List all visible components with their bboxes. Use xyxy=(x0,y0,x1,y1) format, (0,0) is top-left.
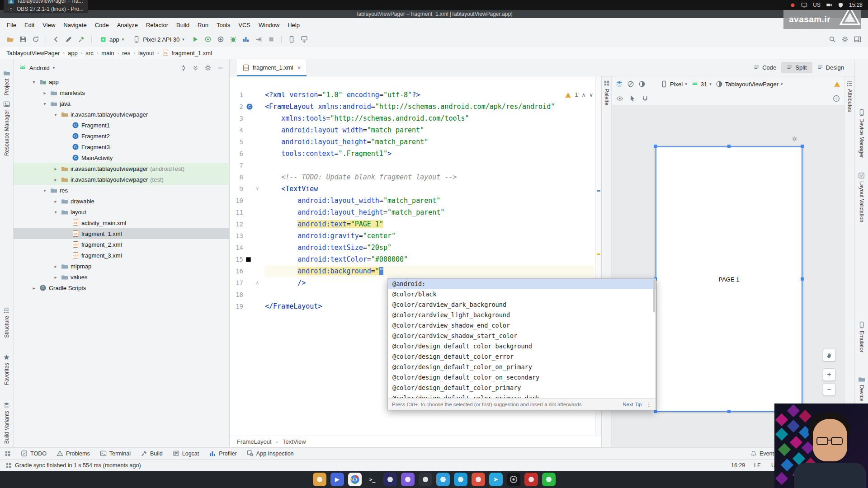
menu-analyze[interactable]: Analyze xyxy=(113,22,142,28)
tool-tab-problems[interactable]: Problems xyxy=(57,450,90,457)
chevron-right-icon[interactable]: ▸ xyxy=(52,275,59,280)
mode-code[interactable]: Code xyxy=(749,62,781,73)
popup-scrollbar[interactable] xyxy=(653,280,655,312)
bug-icon[interactable] xyxy=(227,34,239,45)
code-line-12[interactable]: android:text="PAGE 1" xyxy=(265,218,594,230)
editor-breadcrumb-framelayout[interactable]: FrameLayout xyxy=(237,438,272,445)
theme-icon[interactable] xyxy=(638,80,646,88)
magnet-icon[interactable] xyxy=(642,95,649,102)
menu-window[interactable]: Window xyxy=(255,22,283,28)
code-line-14[interactable]: android:textSize="20sp" xyxy=(265,242,594,253)
tree-item-drawable[interactable]: ▸drawable xyxy=(14,196,229,206)
taskbar-vscode-icon[interactable] xyxy=(436,473,450,486)
slash-icon[interactable] xyxy=(627,80,634,88)
stop-icon[interactable] xyxy=(265,34,277,45)
right-tab-layout-validation[interactable]: Layout Validation xyxy=(855,172,868,222)
window-layout-icon[interactable] xyxy=(852,34,863,45)
selection-handle[interactable] xyxy=(727,145,731,148)
chevron-up-icon[interactable]: ∧ xyxy=(581,92,585,98)
completion-item-android[interactable]: @android: xyxy=(388,279,656,289)
tree-item-mainactivity[interactable]: CMainActivity xyxy=(14,152,229,163)
left-tab-project[interactable]: Project xyxy=(0,69,13,95)
taskbar-chrome-icon[interactable] xyxy=(348,473,362,486)
menu-code[interactable]: Code xyxy=(91,22,113,28)
mode-design[interactable]: Design xyxy=(812,62,849,73)
code-line-2[interactable]: <FrameLayout xmlns:android="http://schem… xyxy=(265,101,594,113)
display-icon[interactable] xyxy=(801,2,807,8)
window-grid-icon[interactable] xyxy=(5,450,11,457)
line-separator[interactable]: LF xyxy=(754,460,761,471)
taskbar-obs-icon[interactable] xyxy=(507,473,520,486)
breadcrumb-res[interactable]: res xyxy=(122,50,130,56)
completion-item-color-cardview-shadow-start-color[interactable]: @color/cardview_shadow_start_color xyxy=(388,331,656,341)
completion-item-color-cardview-light-background[interactable]: @color/cardview_light_background xyxy=(388,310,656,320)
left-tab-build-variants[interactable]: Build Variants xyxy=(0,402,13,444)
gear-icon[interactable] xyxy=(839,34,851,45)
menu-tools[interactable]: Tools xyxy=(212,22,234,28)
completion-item-color-design-default-color-background[interactable]: @color/design_default_color_background xyxy=(388,341,656,352)
menu-edit[interactable]: Edit xyxy=(20,22,38,28)
tree-item-mipmap[interactable]: ▸mipmap xyxy=(14,261,229,272)
selection-handle[interactable] xyxy=(801,145,804,148)
code-line-11[interactable]: android:layout_height="match_parent" xyxy=(265,206,594,218)
chevron-right-icon[interactable]: ▸ xyxy=(52,166,59,171)
chevron-right-icon[interactable]: ▸ xyxy=(42,90,48,95)
tree-item-ir-avasam-tablayoutviewpager-androidtest[interactable]: ▸ir.avasam.tablayoutviewpager (androidTe… xyxy=(14,163,229,174)
preview-page-text[interactable]: PAGE 1 xyxy=(656,276,802,282)
taskbar-messenger-icon[interactable] xyxy=(454,473,467,486)
preview-artboard[interactable]: PAGE 1 xyxy=(656,146,802,412)
hammer-icon[interactable] xyxy=(75,34,87,45)
chevron-right-icon[interactable]: ▸ xyxy=(52,177,59,182)
chevron-down-icon[interactable]: ▾ xyxy=(31,80,37,84)
attach-icon[interactable] xyxy=(253,34,264,45)
save-icon[interactable] xyxy=(17,34,29,45)
tree-item-fragment2[interactable]: CFragment2 xyxy=(14,131,229,141)
code-line-9[interactable]: <TextView xyxy=(265,183,594,195)
tree-item-activity-main-xml[interactable]: </>activity_main.xml xyxy=(14,217,229,228)
breadcrumb-fragment-1-xml[interactable]: </>fragment_1.xml xyxy=(162,49,212,56)
code-line-13[interactable]: android:gravity="center" xyxy=(265,230,594,242)
taskbar-whatsapp-icon[interactable] xyxy=(542,473,556,486)
preview-theme-dropdown[interactable]: TablayoutViewPager▾ xyxy=(716,80,783,88)
pointer-icon[interactable] xyxy=(629,95,636,102)
camera-icon[interactable] xyxy=(826,2,832,8)
menu-view[interactable]: View xyxy=(38,22,59,28)
tool-tab-terminal[interactable]: Terminal xyxy=(100,450,131,457)
chevron-down-icon[interactable]: ▾ xyxy=(52,112,59,117)
device-dropdown[interactable]: Pixel 2 API 30▾ xyxy=(129,35,188,44)
apply-changes-icon[interactable] xyxy=(202,34,214,45)
taskbar-music-app-icon[interactable] xyxy=(472,473,485,486)
tree-item-fragment-1-xml[interactable]: </>fragment_1.xml xyxy=(14,228,229,239)
taskbar-telegram-icon[interactable]: ➤ xyxy=(489,473,503,486)
eye-icon[interactable] xyxy=(616,95,623,102)
layers-icon[interactable] xyxy=(616,80,623,88)
left-tab-structure[interactable]: Structure xyxy=(0,307,13,338)
tab-palette[interactable]: Palette xyxy=(602,80,611,105)
chevron-down-icon[interactable]: ∨ xyxy=(589,92,593,98)
os-window-obs-27-2-1-1-linux-pro[interactable]: OBS 27.2.1-1 (linux) - Pro... xyxy=(4,5,88,13)
os-window-tablayoutviewpager-fra[interactable]: TablayoutViewPager – fra... xyxy=(4,0,88,5)
code-line-15[interactable]: android:textColor="#000000" xyxy=(265,253,594,265)
tree-item-layout[interactable]: ▾layout xyxy=(14,206,229,217)
menu-vcs[interactable]: VCS xyxy=(234,22,255,28)
gear-icon[interactable] xyxy=(204,64,212,71)
tool-tab-app-inspection[interactable]: App Inspection xyxy=(247,450,294,457)
left-tab-resource-manager[interactable]: Resource Manager xyxy=(0,101,13,156)
apply-code-icon[interactable] xyxy=(215,34,226,45)
tool-tab-profiler[interactable]: Profiler xyxy=(209,450,237,457)
menu-run[interactable]: Run xyxy=(193,22,212,28)
zoom-in-button[interactable]: + xyxy=(823,368,835,381)
taskbar-android-studio-icon[interactable] xyxy=(419,473,432,486)
completion-item-color-black[interactable]: @color/black xyxy=(388,289,656,300)
menu-refactor[interactable]: Refactor xyxy=(142,22,172,28)
selection-handle[interactable] xyxy=(654,410,657,413)
taskbar-terminal-icon[interactable]: >_ xyxy=(366,473,379,486)
kebab-menu-icon[interactable]: ⋮ xyxy=(646,401,652,408)
breadcrumb-layout[interactable]: layout xyxy=(138,50,154,56)
menu-navigate[interactable]: Navigate xyxy=(59,22,90,28)
tree-item-gradle-scripts[interactable]: ▸GGradle Scripts xyxy=(14,282,229,293)
tree-item-ir-avasam-tablayoutviewpager-test[interactable]: ▸ir.avasam.tablayoutviewpager (test) xyxy=(14,174,229,185)
completion-item-color-cardview-shadow-end-color[interactable]: @color/cardview_shadow_end_color xyxy=(388,320,656,331)
left-tab-favorites[interactable]: Favorites xyxy=(0,354,13,385)
chevron-right-icon[interactable]: ▸ xyxy=(52,264,59,269)
